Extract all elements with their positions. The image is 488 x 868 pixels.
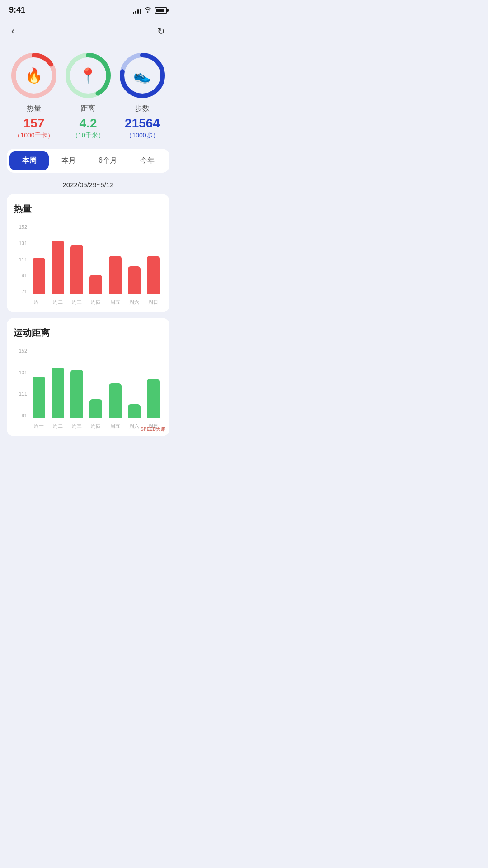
x-label: 周二 bbox=[53, 299, 63, 306]
y-label: 71 bbox=[14, 289, 27, 294]
metric-item-distance: 📍 距离 4.2 （10千米） bbox=[63, 51, 113, 140]
tab-year[interactable]: 今年 bbox=[127, 151, 167, 170]
bar-group bbox=[109, 224, 122, 294]
status-time: 9:41 bbox=[9, 5, 25, 15]
bar bbox=[33, 377, 45, 418]
bar bbox=[128, 404, 141, 418]
ring-steps: 👟 bbox=[117, 51, 167, 100]
y-label: 111 bbox=[14, 257, 27, 262]
x-label: 周三 bbox=[72, 423, 82, 429]
distance-chart-card: 运动距离 15213111191周一周二周三周四周五周六周日 SPEED大师 bbox=[7, 318, 169, 436]
x-label: 周日 bbox=[148, 299, 158, 306]
back-button[interactable]: ‹ bbox=[9, 23, 17, 39]
calories-chart-x-labels: 周一周二周三周四周五周六周日 bbox=[29, 299, 163, 306]
status-bar: 9:41 bbox=[0, 0, 176, 19]
watermark: SPEED大师 bbox=[141, 426, 165, 433]
calories-bar-chart: 1521311119171周一周二周三周四周五周六周日 bbox=[14, 224, 163, 306]
bar-group bbox=[70, 348, 83, 418]
wifi-icon bbox=[144, 6, 152, 14]
bar-group bbox=[128, 348, 141, 418]
header: ‹ ↻ bbox=[0, 19, 176, 46]
bar bbox=[52, 241, 64, 294]
bar bbox=[33, 258, 45, 294]
distance-chart-y-labels: 15213111191 bbox=[14, 348, 27, 418]
distance-chart-title: 运动距离 bbox=[14, 327, 163, 339]
calories-chart-title: 热量 bbox=[14, 203, 163, 215]
metric-value-calories: 157 bbox=[23, 117, 45, 130]
distance-chart-area bbox=[29, 348, 163, 418]
x-label: 周四 bbox=[91, 299, 101, 306]
y-label: 131 bbox=[14, 241, 27, 246]
bar bbox=[128, 266, 141, 294]
metric-label-calories: 热量 bbox=[27, 104, 41, 113]
bar-group bbox=[147, 348, 160, 418]
metric-value-distance: 4.2 bbox=[80, 117, 97, 130]
calories-chart-y-labels: 1521311119171 bbox=[14, 224, 27, 294]
metric-value-steps: 21564 bbox=[125, 117, 160, 130]
tab-week[interactable]: 本周 bbox=[9, 151, 49, 170]
bar-group bbox=[109, 348, 122, 418]
x-label: 周三 bbox=[72, 299, 82, 306]
metric-target-distance: （10千米） bbox=[72, 132, 104, 140]
distance-bar-chart: 15213111191周一周二周三周四周五周六周日 bbox=[14, 348, 163, 429]
refresh-button[interactable]: ↻ bbox=[155, 24, 167, 39]
calories-chart-area bbox=[29, 224, 163, 294]
x-label: 周五 bbox=[110, 299, 120, 306]
metric-label-distance: 距离 bbox=[81, 104, 95, 113]
bar-group bbox=[52, 224, 64, 294]
y-label: 131 bbox=[14, 370, 27, 375]
bar bbox=[89, 399, 102, 418]
y-label: 152 bbox=[14, 348, 27, 354]
bar-group bbox=[89, 348, 102, 418]
battery-icon bbox=[155, 7, 167, 14]
ring-calories: 🔥 bbox=[9, 51, 59, 100]
y-label: 152 bbox=[14, 224, 27, 230]
metric-item-calories: 🔥 热量 157 （1000千卡） bbox=[9, 51, 59, 140]
bar-group bbox=[33, 224, 45, 294]
metric-target-steps: （1000步） bbox=[126, 132, 159, 140]
y-label: 91 bbox=[14, 273, 27, 278]
metric-item-steps: 👟 步数 21564 （1000步） bbox=[117, 51, 167, 140]
bar bbox=[147, 256, 160, 294]
x-label: 周一 bbox=[34, 423, 44, 429]
tab-bar: 本周本月6个月今年 bbox=[7, 149, 169, 173]
ring-icon-calories: 🔥 bbox=[25, 67, 43, 84]
bar bbox=[70, 370, 83, 418]
bar bbox=[109, 383, 122, 418]
ring-distance: 📍 bbox=[63, 51, 113, 100]
bar-group bbox=[147, 224, 160, 294]
metric-label-steps: 步数 bbox=[135, 104, 150, 113]
metric-target-calories: （1000千卡） bbox=[14, 132, 53, 140]
x-label: 周六 bbox=[129, 299, 139, 306]
date-range: 2022/05/29~5/12 bbox=[0, 177, 176, 194]
ring-icon-distance: 📍 bbox=[79, 67, 97, 84]
bar bbox=[52, 368, 64, 418]
bar bbox=[89, 275, 102, 294]
bar-group bbox=[89, 224, 102, 294]
bar-group bbox=[70, 224, 83, 294]
tab-sixmonth[interactable]: 6个月 bbox=[88, 151, 127, 170]
bar bbox=[109, 256, 122, 294]
calories-chart-card: 热量 1521311119171周一周二周三周四周五周六周日 bbox=[7, 194, 169, 312]
x-label: 周四 bbox=[91, 423, 101, 429]
bar-group bbox=[52, 348, 64, 418]
x-label: 周二 bbox=[53, 423, 63, 429]
tab-month[interactable]: 本月 bbox=[49, 151, 88, 170]
bar bbox=[147, 379, 160, 418]
bar bbox=[70, 245, 83, 294]
bar-group bbox=[128, 224, 141, 294]
x-label: 周一 bbox=[34, 299, 44, 306]
metrics-row: 🔥 热量 157 （1000千卡） 📍 距离 4.2 （10千米） 👟 步数 2… bbox=[0, 46, 176, 149]
x-label: 周六 bbox=[129, 423, 139, 429]
y-label: 91 bbox=[14, 413, 27, 418]
bar-group bbox=[33, 348, 45, 418]
x-label: 周五 bbox=[110, 423, 120, 429]
ring-icon-steps: 👟 bbox=[133, 67, 151, 84]
y-label: 111 bbox=[14, 391, 27, 396]
signal-icon bbox=[133, 7, 141, 14]
status-icons bbox=[133, 6, 167, 14]
